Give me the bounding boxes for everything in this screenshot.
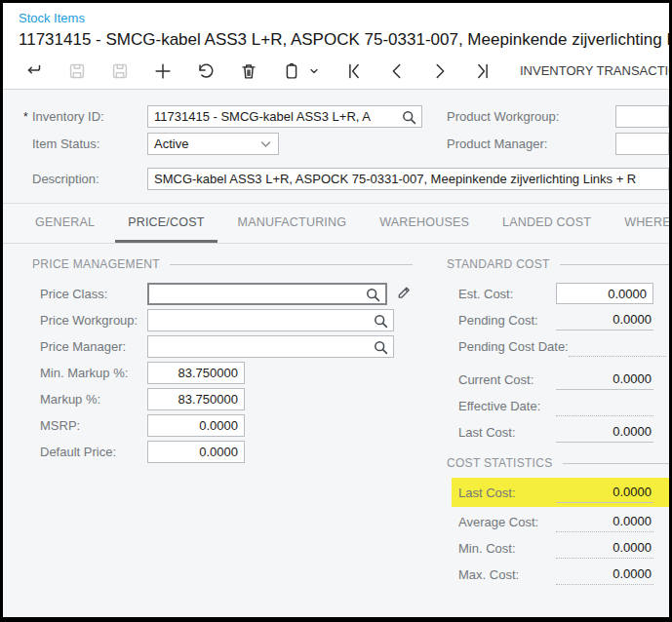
item-status-select[interactable]: Active [147, 133, 279, 155]
save-close-button[interactable] [65, 59, 89, 83]
required-marker: * [23, 110, 28, 124]
tab-manufacturing[interactable]: MANUFACTURING [225, 204, 360, 243]
min-markup-label: Min. Markup %: [32, 366, 147, 380]
back-icon [23, 60, 45, 82]
standard-cost-heading: STANDARD COST [447, 257, 669, 271]
stat-last-cost-value: 0.0000 [556, 482, 653, 503]
breadcrumb-stock-items[interactable]: Stock Items [19, 11, 85, 25]
current-cost-label: Current Cost: [447, 372, 556, 387]
save-button[interactable] [108, 59, 132, 83]
price-management-heading: PRICE MANAGEMENT [32, 257, 413, 271]
effective-date-label: Effective Date: [447, 399, 556, 413]
cost-panel: STANDARD COST Est. Cost: 0.0000 Pending … [435, 244, 669, 588]
product-manager-input[interactable] [615, 133, 669, 155]
heading-rule [170, 264, 413, 265]
record-nav-group [333, 59, 504, 83]
price-class-label: Price Class: [32, 287, 147, 301]
price-management-panel: PRICE MANAGEMENT Price Class: Price Work… [3, 244, 435, 465]
first-record-button[interactable] [342, 59, 366, 83]
description-label: Description: [32, 172, 147, 186]
tab-where-stored[interactable]: WHERE STORED [612, 204, 672, 243]
markup-input[interactable]: 83.750000 [147, 388, 245, 410]
previous-record-button[interactable] [385, 59, 409, 83]
tab-general[interactable]: GENERAL [22, 204, 107, 243]
average-cost-label: Average Cost: [447, 515, 556, 529]
search-icon[interactable] [374, 314, 388, 331]
search-icon[interactable] [366, 288, 380, 305]
tab-warehouses[interactable]: WAREHOUSES [367, 204, 482, 243]
price-cost-tab-content: PRICE MANAGEMENT Price Class: Price Work… [3, 244, 669, 622]
add-record-button[interactable] [151, 59, 175, 83]
trash-icon [238, 60, 259, 82]
min-markup-input[interactable]: 83.750000 [147, 362, 245, 384]
price-workgroup-label: Price Workgroup: [32, 313, 147, 328]
next-record-icon [429, 60, 451, 82]
previous-record-icon [386, 60, 408, 82]
inventory-id-input[interactable]: 11731415 - SMCG-kabel ASS3 L+R, A [147, 105, 422, 128]
back-button[interactable] [22, 59, 46, 83]
price-workgroup-input[interactable] [147, 309, 394, 331]
search-icon[interactable] [374, 340, 388, 358]
product-workgroup-input[interactable] [615, 105, 669, 128]
cost-statistics-heading: COST STATISTICS [447, 456, 669, 470]
last-cost-label: Last Cost: [447, 425, 556, 440]
inventory-id-label: *Inventory ID: [32, 109, 147, 124]
effective-date-value [556, 395, 653, 416]
est-cost-input[interactable]: 0.0000 [556, 283, 653, 304]
page-title: 11731415 - SMCG-kabel ASS3 L+R, ASPOCK 7… [19, 30, 659, 50]
pending-cost-date-value [569, 335, 666, 357]
last-record-icon [472, 60, 494, 82]
tab-bar: GENERAL PRICE/COST MANUFACTURING WAREHOU… [3, 204, 669, 244]
est-cost-label: Est. Cost: [447, 287, 556, 301]
description-input[interactable]: SMCG-kabel ASS3 L+R, ASPOCK 75-0331-007,… [147, 168, 669, 190]
summary-area: *Inventory ID: 11731415 - SMCG-kabel ASS… [3, 90, 669, 204]
default-price-label: Default Price: [32, 445, 147, 459]
average-cost-value: 0.0000 [556, 511, 653, 532]
pending-cost-value: 0.0000 [556, 309, 653, 330]
chevron-down-icon [260, 136, 271, 151]
next-record-button[interactable] [428, 59, 452, 83]
save-close-icon [66, 60, 88, 82]
product-workgroup-label: Product Workgroup: [447, 109, 615, 124]
pending-cost-label: Pending Cost: [447, 313, 556, 328]
last-cost-highlighted-row: Last Cost: 0.0000 [452, 478, 669, 507]
msrp-input[interactable]: 0.0000 [147, 414, 245, 437]
heading-rule [560, 264, 669, 265]
price-manager-label: Price Manager: [32, 339, 147, 354]
product-manager-label: Product Manager: [447, 136, 615, 151]
default-price-input[interactable]: 0.0000 [147, 441, 245, 463]
max-cost-value: 0.0000 [556, 564, 653, 585]
price-manager-input[interactable] [147, 335, 394, 358]
max-cost-label: Max. Cost: [447, 567, 556, 582]
last-cost-value: 0.0000 [556, 421, 653, 443]
clipboard-icon [281, 60, 302, 82]
chevron-down-icon [308, 65, 320, 77]
current-cost-value: 0.0000 [556, 369, 653, 390]
save-icon [109, 60, 131, 82]
tab-landed-cost[interactable]: LANDED COST [490, 204, 604, 243]
tab-price-cost[interactable]: PRICE/COST [115, 204, 217, 243]
item-status-label: Item Status: [32, 136, 147, 151]
price-class-input[interactable] [147, 283, 387, 305]
markup-label: Markup %: [32, 392, 147, 407]
first-record-icon [343, 60, 365, 82]
plus-icon [152, 60, 174, 82]
last-record-button[interactable] [471, 59, 494, 83]
pending-cost-date-label: Pending Cost Date: [447, 339, 569, 354]
min-cost-label: Min. Cost: [447, 541, 556, 556]
title-bar: Stock Items 11731415 - SMCG-kabel ASS3 L… [3, 3, 669, 50]
stat-last-cost-label: Last Cost: [452, 486, 556, 500]
msrp-label: MSRP: [32, 418, 147, 433]
record-toolbar: INVENTORY TRANSACTIONS [3, 53, 669, 90]
heading-rule [563, 463, 669, 464]
undo-icon [195, 60, 217, 82]
delete-button[interactable] [237, 59, 260, 83]
search-icon[interactable] [402, 110, 416, 128]
copy-paste-button[interactable] [280, 59, 303, 83]
edit-pencil-icon[interactable] [396, 284, 413, 304]
undo-button[interactable] [194, 59, 217, 83]
copy-paste-menu-button[interactable] [307, 59, 321, 83]
inventory-transactions-menu[interactable]: INVENTORY TRANSACTIONS [520, 63, 672, 78]
min-cost-value: 0.0000 [556, 537, 653, 559]
stock-items-window: Stock Items 11731415 - SMCG-kabel ASS3 L… [0, 0, 672, 622]
